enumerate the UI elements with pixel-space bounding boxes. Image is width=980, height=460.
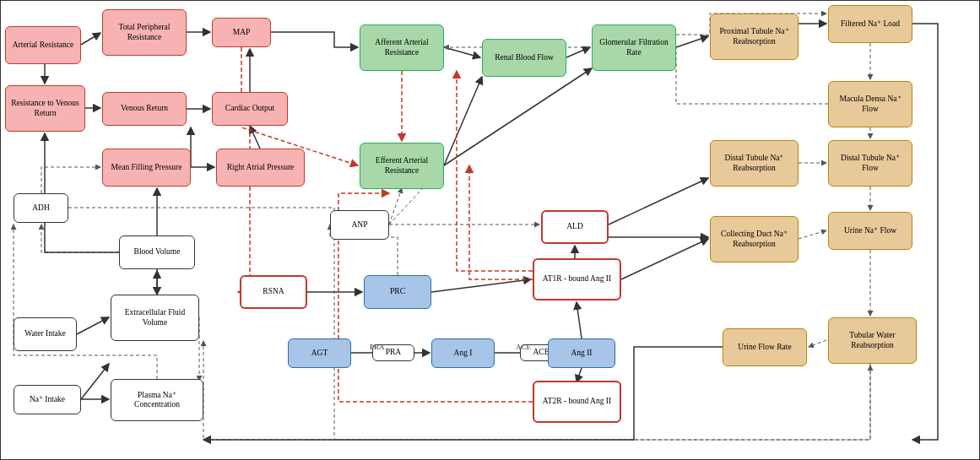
distal-tubule-na-reabsorption: Distal Tubule Na⁺ Reabsorption	[710, 140, 799, 187]
cardiac-output: Cardiac Output	[212, 92, 288, 126]
adh: ADH	[14, 193, 68, 223]
urine-flow-rate: Urine Flow Rate	[723, 328, 807, 366]
mean-filling-pressure: Mean Filling Pressure	[102, 149, 191, 187]
svg-line-43	[809, 340, 826, 347]
svg-line-44	[621, 239, 708, 279]
svg-line-39	[77, 317, 109, 334]
pra-label: PRA	[370, 343, 385, 351]
ald: ALD	[541, 210, 609, 244]
svg-line-7	[676, 36, 708, 47]
venous-return: Venous Return	[102, 92, 187, 126]
rsna: RSNA	[240, 275, 307, 309]
distal-tubule-na-flow: Distal Tubule Na⁺ Flow	[828, 140, 912, 187]
prc: PRC	[364, 275, 431, 309]
extracellular-fluid: Extracellular Fluid Volume	[111, 295, 199, 341]
filtered-na-load: Filtered Na⁺ Load	[828, 5, 912, 43]
blood-volume: Blood Volume	[119, 235, 195, 269]
collecting-duct-na: Collecting Duct Na⁺ Reabsorption	[710, 216, 799, 262]
svg-line-22	[389, 188, 402, 225]
resistance-venous-return: Resistance to Venous Return	[5, 85, 85, 132]
map: MAP	[212, 18, 271, 47]
tubular-water-reabsorption: Tubular Water Reabsorption	[828, 317, 917, 364]
water-intake: Water Intake	[14, 317, 77, 351]
svg-line-33	[577, 302, 582, 338]
efferent-arterial-resistance: Efferent Arterial Resistance	[360, 143, 444, 189]
anp: ANP	[330, 210, 389, 240]
urine-na-flow: Urine Na⁺ Flow	[828, 212, 912, 250]
plasma-na-concentration: Plasma Na⁺ Concentration	[111, 379, 203, 421]
total-peripheral-resistance: Total Peripheral Resistance	[102, 9, 187, 56]
ang-ii: Ang II	[548, 338, 615, 368]
at1r-bound: AT1R - bound Ang II	[533, 258, 621, 300]
afferent-arterial-resistance: Afferent Arterial Resistance	[360, 24, 444, 71]
svg-line-27	[799, 230, 826, 239]
svg-line-16	[444, 77, 482, 165]
glomerular-filtration-rate: Glomerular Filtration Rate	[592, 24, 676, 71]
right-atrial-pressure: Right Atrial Pressure	[216, 149, 305, 187]
svg-line-15	[250, 126, 260, 149]
svg-line-5	[444, 47, 480, 57]
renal-blood-flow: Renal Blood Flow	[482, 39, 566, 77]
at2r-bound: AT2R - bound Ang II	[533, 381, 621, 423]
svg-line-3	[81, 33, 100, 45]
svg-line-31	[431, 279, 531, 292]
svg-line-17	[444, 68, 592, 165]
svg-line-40	[81, 364, 109, 399]
arterial-resistance: Arterial Resistance	[5, 26, 81, 64]
proximal-tubule-na: Proximal Tubule Na⁺ Reabsorption	[710, 14, 799, 60]
ang-i: Ang I	[431, 338, 495, 368]
diagram: Arterial ResistanceTotal Peripheral Resi…	[0, 0, 980, 460]
svg-line-6	[566, 47, 590, 57]
macula-densa-flow: Macula Densa Na⁺ Flow	[828, 81, 912, 127]
svg-line-24	[609, 178, 708, 225]
na-intake: Na⁺ Intake	[14, 385, 81, 414]
agt: AGT	[288, 338, 351, 368]
ace-label: ACE	[516, 343, 531, 351]
